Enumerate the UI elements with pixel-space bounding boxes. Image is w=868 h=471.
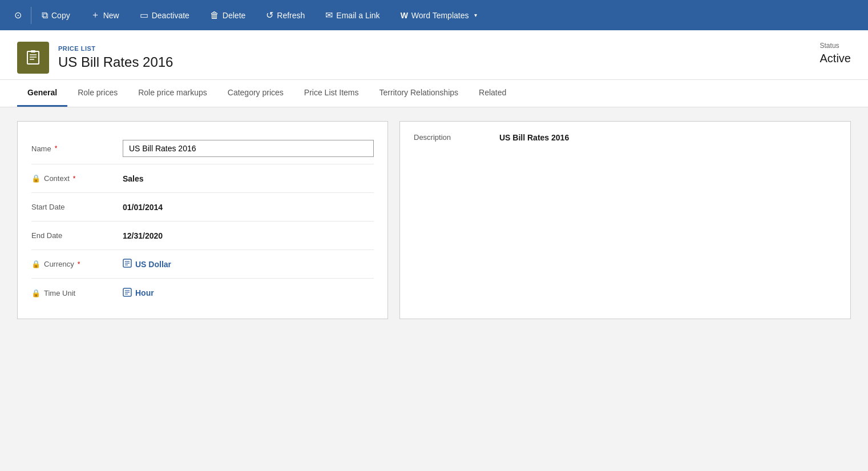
name-label-text: Name: [31, 144, 51, 153]
end-date-value: 12/31/2020: [123, 231, 374, 240]
form-row-name: Name *: [31, 133, 374, 164]
email-link-button[interactable]: ✉ Email a Link: [315, 0, 390, 30]
name-label: Name *: [31, 144, 123, 153]
context-label-text: Context: [44, 174, 70, 183]
email-icon: ✉: [325, 10, 333, 21]
context-lock-icon: 🔒: [31, 174, 41, 183]
description-row: Description US Bill Rates 2016: [414, 133, 837, 142]
tab-territory-relationships[interactable]: Territory Relationships: [369, 80, 469, 107]
name-required-star: *: [55, 144, 58, 152]
time-unit-link-icon: [123, 288, 132, 299]
currency-label: 🔒 Currency *: [31, 260, 123, 268]
copy-label: Copy: [51, 11, 70, 20]
name-input[interactable]: [123, 140, 374, 157]
record-title-group: PRICE LIST US Bill Rates 2016: [58, 45, 173, 70]
currency-label-text: Currency: [44, 260, 74, 268]
context-value: Sales: [123, 174, 374, 183]
end-date-label-text: End Date: [31, 231, 62, 240]
description-label: Description: [414, 133, 482, 142]
form-row-end-date: End Date 12/31/2020: [31, 222, 374, 250]
main-content: Name * 🔒 Context * Sales Start Date 01/0…: [0, 107, 868, 333]
home-icon: ⊙: [14, 10, 22, 21]
start-date-label-text: Start Date: [31, 203, 65, 211]
delete-label: Delete: [223, 11, 245, 20]
description-value: US Bill Rates 2016: [499, 133, 569, 142]
refresh-button[interactable]: ↺ Refresh: [256, 0, 315, 30]
deactivate-button[interactable]: ▭ Deactivate: [130, 0, 200, 30]
time-unit-label-text: Time Unit: [44, 289, 75, 297]
status-label: Status: [820, 42, 851, 50]
time-unit-lock-icon: 🔒: [31, 289, 41, 297]
form-row-context: 🔒 Context * Sales: [31, 164, 374, 193]
currency-required-star: *: [78, 260, 80, 268]
word-templates-button[interactable]: W Word Templates ▾: [390, 0, 488, 30]
context-label: 🔒 Context *: [31, 174, 123, 183]
new-label: New: [103, 11, 119, 20]
record-icon: [17, 42, 49, 74]
copy-button[interactable]: ⧉ Copy: [31, 0, 80, 30]
status-value: Active: [820, 52, 851, 65]
description-panel: Description US Bill Rates 2016: [399, 121, 851, 319]
word-icon: W: [401, 11, 408, 20]
form-row-time-unit: 🔒 Time Unit Hour: [31, 279, 374, 307]
word-templates-label: Word Templates: [411, 11, 469, 20]
record-header: PRICE LIST US Bill Rates 2016 Status Act…: [0, 30, 868, 80]
tab-general[interactable]: General: [17, 80, 67, 107]
chevron-down-icon: ▾: [474, 12, 477, 18]
svg-rect-4: [31, 50, 35, 53]
svg-rect-0: [27, 51, 39, 64]
form-row-currency: 🔒 Currency * US Dollar: [31, 250, 374, 279]
delete-button[interactable]: 🗑 Delete: [200, 0, 256, 30]
tab-related[interactable]: Related: [469, 80, 516, 107]
end-date-label: End Date: [31, 231, 123, 240]
start-date-value: 01/01/2014: [123, 203, 374, 212]
record-status-section: Status Active: [820, 42, 851, 65]
start-date-label: Start Date: [31, 203, 123, 211]
tabs-bar: General Role prices Role price markups C…: [0, 80, 868, 107]
time-unit-value-text: Hour: [135, 288, 154, 297]
tab-price-list-items[interactable]: Price List Items: [294, 80, 369, 107]
refresh-label: Refresh: [277, 11, 305, 20]
new-button[interactable]: ＋ New: [80, 0, 130, 30]
home-button[interactable]: ⊙: [5, 0, 31, 30]
tab-category-prices[interactable]: Category prices: [217, 80, 294, 107]
time-unit-label: 🔒 Time Unit: [31, 289, 123, 297]
price-list-svg-icon: [25, 50, 41, 66]
record-type-label: PRICE LIST: [58, 45, 173, 52]
refresh-icon: ↺: [266, 10, 273, 21]
currency-value-text: US Dollar: [135, 260, 171, 269]
tab-role-price-markups[interactable]: Role price markups: [128, 80, 217, 107]
currency-value[interactable]: US Dollar: [123, 259, 171, 269]
copy-icon: ⧉: [42, 10, 48, 21]
form-panel: Name * 🔒 Context * Sales Start Date 01/0…: [17, 121, 388, 319]
toolbar: ⊙ ⧉ Copy ＋ New ▭ Deactivate 🗑 Delete ↺ R…: [0, 0, 868, 30]
time-unit-value[interactable]: Hour: [123, 288, 154, 299]
currency-lock-icon: 🔒: [31, 260, 41, 268]
context-required-star: *: [73, 175, 76, 183]
tab-role-prices[interactable]: Role prices: [67, 80, 128, 107]
email-link-label: Email a Link: [336, 11, 380, 20]
deactivate-icon: ▭: [140, 10, 148, 21]
delete-icon: 🗑: [210, 10, 219, 21]
record-name: US Bill Rates 2016: [58, 54, 173, 70]
record-header-left: PRICE LIST US Bill Rates 2016: [17, 42, 173, 74]
currency-link-icon: [123, 259, 132, 269]
new-icon: ＋: [91, 9, 100, 21]
form-row-start-date: Start Date 01/01/2014: [31, 193, 374, 222]
deactivate-label: Deactivate: [152, 11, 189, 20]
